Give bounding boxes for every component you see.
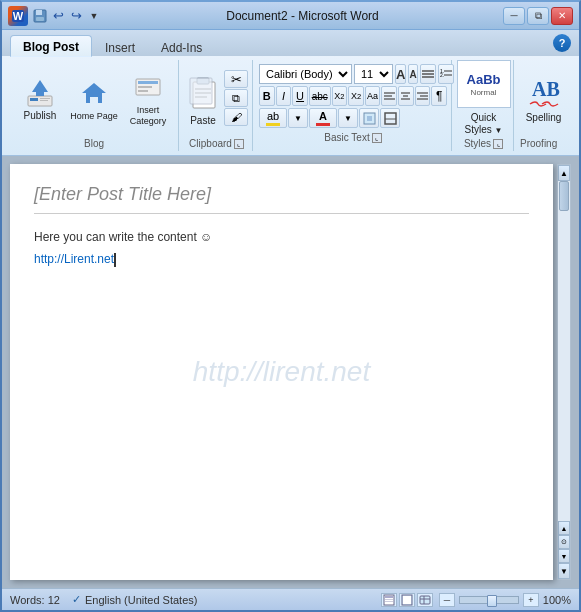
font-size-select[interactable]: 11 [354,64,393,84]
tab-insert[interactable]: Insert [92,36,148,57]
language-status: ✓ English (United States) [72,593,198,606]
highlight-dropdown[interactable]: ▼ [288,108,308,128]
title-bar-left: W ↩ ↪ ▼ [8,6,102,26]
scroll-select-browse-button[interactable]: ⊙ [558,535,570,549]
save-qa-button[interactable] [32,8,48,24]
underline-button[interactable]: U [292,86,308,106]
basic-text-expand-button[interactable]: ⌞ [372,133,382,143]
svg-rect-43 [385,596,393,598]
font-color-dropdown[interactable]: ▼ [338,108,358,128]
restore-button[interactable]: ⧉ [527,7,549,25]
redo-button[interactable]: ↪ [68,8,84,24]
clear-format-button[interactable]: Aa [365,86,381,106]
minimize-button[interactable]: ─ [503,7,525,25]
clipboard-small-buttons: ✂ ⧉ 🖌 [224,70,248,126]
close-button[interactable]: ✕ [551,7,573,25]
quick-access-toolbar: ↩ ↪ ▼ [32,8,102,24]
italic-button[interactable]: I [276,86,292,106]
list-numbers-button[interactable]: 1.2. [438,64,454,84]
undo-button[interactable]: ↩ [50,8,66,24]
para-mark-button[interactable]: ¶ [431,86,447,106]
publish-button[interactable]: Publish [14,69,66,127]
title-bar: W ↩ ↪ ▼ Document2 - Microsoft Word ─ ⧉ ✕ [2,2,579,30]
align-center-button[interactable] [398,86,414,106]
clipboard-group-footer: Clipboard ⌞ [185,136,248,151]
zoom-out-button[interactable]: ─ [439,593,455,607]
scroll-thumb[interactable] [559,181,569,211]
svg-rect-8 [40,100,48,101]
svg-rect-12 [138,81,158,84]
quick-styles-gallery[interactable]: AaBb Normal [457,60,511,108]
svg-text:2.: 2. [440,72,444,78]
copy-button[interactable]: ⧉ [224,89,248,107]
vertical-scrollbar[interactable]: ▲ ▲ ⊙ ▼ ▼ [557,164,571,580]
basic-text-group-footer: Basic Text ⌞ [259,130,447,145]
doc-content-line1[interactable]: Here you can write the content ☺ [34,230,529,244]
cut-button[interactable]: ✂ [224,70,248,88]
svg-rect-45 [385,601,393,602]
strikethrough-button[interactable]: abc [309,86,331,106]
application-window: W ↩ ↪ ▼ Document2 - Microsoft Word ─ ⧉ ✕… [0,0,581,612]
align-left-button[interactable] [381,86,397,106]
svg-rect-13 [138,86,152,88]
svg-marker-9 [32,80,48,96]
paste-button[interactable]: Paste [185,70,221,126]
zoom-slider[interactable] [459,596,519,604]
font-color-button[interactable]: A [309,108,337,128]
clipboard-group: Paste ✂ ⧉ 🖌 Clipboard ⌞ [181,60,253,151]
home-page-button[interactable]: Home Page [68,69,120,127]
align-right-button[interactable] [415,86,431,106]
customize-qa-button[interactable]: ▼ [86,8,102,24]
spelling-button[interactable]: ABC Spelling [520,71,567,129]
tab-add-ins[interactable]: Add-Ins [148,36,215,57]
paste-label: Paste [190,115,216,126]
scroll-bottom-buttons: ▲ ⊙ ▼ ▼ [558,521,570,579]
document-area: [Enter Post Title Here] Here you can wri… [2,156,579,588]
scroll-track[interactable] [558,181,570,521]
view-web-layout-button[interactable] [417,593,433,607]
bold-button[interactable]: B [259,86,275,106]
grow-font-button[interactable]: A [395,64,406,84]
document-page[interactable]: [Enter Post Title Here] Here you can wri… [10,164,553,580]
scroll-prev-page-button[interactable]: ▲ [558,521,570,535]
zoom-in-button[interactable]: + [523,593,539,607]
watermark: http://lirent.net [193,356,370,388]
border-button[interactable] [380,108,400,128]
doc-link-text[interactable]: http://Lirent.net [34,252,114,266]
svg-rect-4 [36,17,44,21]
svg-rect-48 [420,596,430,604]
highlight-color-bar [266,123,280,126]
ribbon-tabs: Blog Post Insert Add-Ins ? [2,30,579,56]
svg-rect-3 [36,10,42,15]
svg-rect-14 [138,90,148,92]
word-count: Words: 12 [10,594,60,606]
superscript-button[interactable]: X2 [348,86,364,106]
svg-rect-6 [30,98,38,101]
view-print-layout-button[interactable] [381,593,397,607]
scroll-down-button[interactable]: ▼ [558,563,570,579]
scroll-up-button[interactable]: ▲ [558,165,570,181]
home-page-label: Home Page [70,111,118,122]
help-button[interactable]: ? [553,34,571,52]
clipboard-expand-button[interactable]: ⌞ [234,139,244,149]
styles-expand-button[interactable]: ⌞ [493,139,503,149]
window-title: Document2 - Microsoft Word [226,9,379,23]
doc-link[interactable]: http://Lirent.net [34,252,529,267]
format-painter-button[interactable]: 🖌 [224,108,248,126]
styles-group-footer: Styles ⌞ [458,136,509,151]
highlight-button[interactable]: ab [259,108,287,128]
shading-button[interactable] [359,108,379,128]
post-title-placeholder[interactable]: [Enter Post Title Here] [34,184,529,214]
insert-category-label: Insert Category [124,105,172,127]
view-fullscreen-button[interactable] [399,593,415,607]
subscript-button[interactable]: X2 [332,86,348,106]
shrink-font-button[interactable]: A [408,64,417,84]
scroll-next-page-button[interactable]: ▼ [558,549,570,563]
list-bullets-button[interactable] [420,64,436,84]
app-icon: W [8,6,28,26]
tab-blog-post[interactable]: Blog Post [10,35,92,57]
font-family-select[interactable]: Calibri (Body) [259,64,352,84]
zoom-slider-thumb[interactable] [487,595,497,607]
insert-category-button[interactable]: Insert Category [122,67,174,129]
proofing-group-label: Proofing [520,136,567,151]
